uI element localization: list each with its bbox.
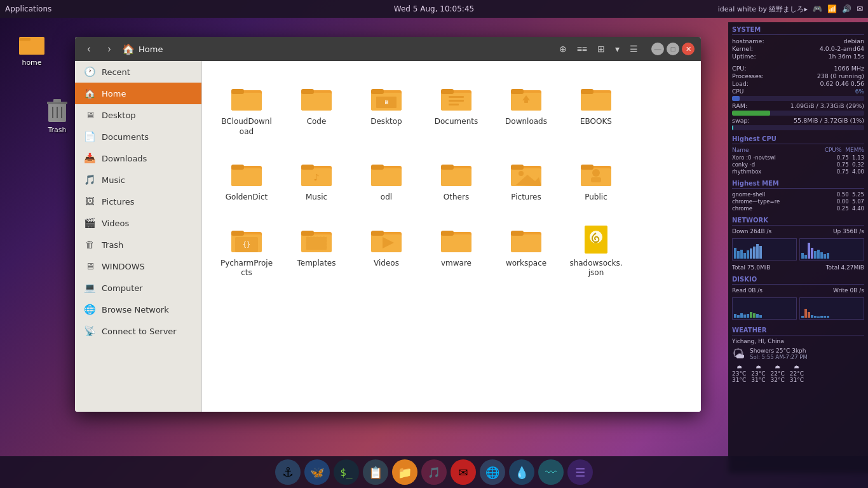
- hcpu-item-1: conky -d 0.75 0.32: [732, 161, 864, 168]
- fm-maximize-button[interactable]: □: [667, 43, 679, 55]
- wd1-icon: 🌧: [756, 364, 761, 370]
- file-item-pycharmprojects[interactable]: {} PycharmProjects: [215, 215, 278, 285]
- hmem-item-1: chrome—type=re 0.00 5.07: [732, 198, 864, 205]
- taskbar-clipboard-icon[interactable]: 📋: [363, 459, 388, 485]
- sidebar-item-windows[interactable]: 🖥 WINDOWS: [75, 255, 201, 277]
- svg-rect-54: [581, 165, 593, 170]
- svg-rect-1: [19, 39, 44, 55]
- sidebar-item-downloads[interactable]: 📥 Downloads: [75, 147, 201, 169]
- sidebar-item-recent[interactable]: 🕐 Recent: [75, 61, 201, 83]
- folder-music-icon: ♪: [300, 156, 333, 189]
- fm-body: 🕐 Recent 🏠 Home 🖥 Desktop 📄 Documents 📥 …: [75, 61, 701, 412]
- file-item-public[interactable]: Public: [564, 149, 628, 209]
- desktop-home-icon[interactable]: home: [10, 27, 54, 67]
- sidebar-item-trash[interactable]: 🗑 Trash: [75, 234, 201, 255]
- file-item-workspace[interactable]: workspace: [494, 215, 558, 285]
- taskbar-lines-icon[interactable]: ☰: [567, 459, 593, 485]
- file-item-goldendict[interactable]: GoldenDict: [215, 149, 278, 209]
- svg-rect-24: [449, 100, 464, 102]
- fm-forward-button[interactable]: ›: [102, 41, 117, 57]
- fm-back-button[interactable]: ‹: [81, 41, 97, 57]
- file-item-templates[interactable]: Templates: [285, 215, 348, 285]
- file-item-documents[interactable]: Documents: [424, 74, 488, 143]
- file-item-pictures[interactable]: Pictures: [494, 149, 558, 209]
- recent-icon: 🕐: [84, 66, 95, 78]
- file-item-code[interactable]: Code: [285, 74, 348, 143]
- sidebar-item-connect-server[interactable]: 📡 Connect to Server: [75, 320, 201, 342]
- envelope-icon[interactable]: ✉: [857, 4, 863, 13]
- sidebar-item-music[interactable]: 🎵 Music: [75, 169, 201, 191]
- hmem-name-1: chrome—type=re: [732, 198, 780, 205]
- hmem-vals-2: 0.25 4.40: [837, 205, 864, 212]
- sysmon-uptime-row: Uptime: 1h 36m 15s: [732, 53, 864, 60]
- shadowsocks-json-icon: [580, 222, 613, 255]
- topbar-left: Applications: [5, 4, 51, 13]
- fm-sort-button[interactable]: ▾: [612, 43, 623, 55]
- mem-col-label: MEM%: [845, 147, 864, 153]
- weather-sun: Sol: 5:55 AM-7:27 PM: [750, 354, 808, 360]
- taskbar-dropbox-icon[interactable]: 💧: [509, 459, 534, 485]
- folder-videos-icon: [370, 222, 403, 255]
- taskbar-music-icon[interactable]: 🎵: [421, 459, 447, 485]
- documents-icon: 📄: [84, 131, 95, 142]
- sysmon-swap-row: swap: 55.8MiB / 3.72GiB (1%): [732, 117, 864, 124]
- folder-pycharm-icon: {}: [230, 222, 263, 255]
- file-item-downloads[interactable]: Downloads: [494, 74, 558, 143]
- fm-menu-button[interactable]: ☰: [627, 43, 641, 55]
- svg-rect-45: [441, 168, 471, 186]
- svg-rect-30: [524, 100, 528, 103]
- sidebar-item-browse-network[interactable]: 🌐 Browse Network: [75, 299, 201, 320]
- file-item-desktop[interactable]: 🖥 Desktop: [355, 74, 418, 143]
- sidebar-item-documents[interactable]: 📄 Documents: [75, 126, 201, 147]
- fm-minimize-button[interactable]: —: [651, 43, 664, 55]
- taskbar-chrome-icon[interactable]: 🌐: [480, 459, 505, 485]
- svg-rect-68: [371, 231, 384, 236]
- volume-icon[interactable]: 🔊: [842, 4, 851, 13]
- topbar: Applications Wed 5 Aug, 10:05:45 ideal w…: [0, 0, 868, 18]
- sidebar-item-desktop[interactable]: 🖥 Desktop: [75, 104, 201, 126]
- fm-grid-view-button[interactable]: ⊞: [594, 43, 608, 55]
- taskbar-wave-icon[interactable]: 〰: [538, 459, 564, 485]
- sidebar-item-home[interactable]: 🏠 Home: [75, 83, 201, 104]
- folder-goldendict-icon: [230, 156, 263, 189]
- taskbar-anchor-icon[interactable]: ⚓: [275, 459, 301, 485]
- sidebar-item-computer[interactable]: 💻 Computer: [75, 277, 201, 299]
- trash-folder-icon: [42, 94, 72, 125]
- gamepad-icon: 🎮: [813, 4, 822, 13]
- svg-rect-36: [231, 165, 244, 170]
- file-item-odl[interactable]: odl: [355, 149, 418, 209]
- taskbar-gmail-icon[interactable]: ✉: [451, 459, 476, 485]
- wd3-hi: 22°C: [790, 370, 804, 377]
- sidebar-item-pictures[interactable]: 🖼 Pictures: [75, 191, 201, 212]
- wifi-icon[interactable]: 📶: [827, 4, 837, 13]
- svg-rect-33: [581, 89, 593, 94]
- wd0-hi: 23°C: [732, 370, 746, 377]
- trash-icon-label: Trash: [48, 126, 66, 134]
- hcpu-name-0: Xoro :0 -novtswi: [732, 154, 776, 161]
- weather-main-icon: 🌤: [732, 346, 745, 362]
- fm-close-button[interactable]: ✕: [682, 43, 695, 55]
- sidebar-item-videos[interactable]: 🎬 Videos: [75, 212, 201, 234]
- svg-rect-5: [53, 99, 61, 102]
- fm-list-view-button[interactable]: ≡≡: [574, 43, 590, 55]
- taskbar-terminal-icon[interactable]: $_: [334, 459, 359, 485]
- file-item-vmware[interactable]: vmware: [424, 215, 488, 285]
- svg-rect-28: [511, 89, 524, 94]
- load-value: 0.62 0.46 0.56: [820, 80, 865, 87]
- file-item-shadowsocks[interactable]: shadowsocks.json: [564, 215, 628, 285]
- file-item-music[interactable]: ♪ Music: [285, 149, 348, 209]
- wd2-icon: 🌧: [775, 364, 780, 370]
- file-item-videos[interactable]: Videos: [355, 215, 418, 285]
- applications-menu[interactable]: Applications: [5, 4, 51, 13]
- taskbar-thunderbird-icon[interactable]: 🦋: [304, 459, 330, 485]
- desktop-trash-icon[interactable]: Trash: [35, 94, 79, 134]
- taskbar-files-icon[interactable]: 📁: [392, 459, 417, 485]
- file-item-others[interactable]: Others: [424, 149, 488, 209]
- wd1-hi: 23°C: [751, 370, 765, 377]
- cpu-percent-value: 6%: [855, 88, 864, 95]
- file-item-ebooks[interactable]: EBOOKS: [564, 74, 628, 143]
- folder-downloads-icon: [510, 80, 543, 113]
- fm-location-button[interactable]: ⊕: [556, 43, 570, 55]
- file-item-bclouddownload[interactable]: BCloudDownload: [215, 74, 278, 143]
- trash-icon-si: 🗑: [84, 239, 95, 250]
